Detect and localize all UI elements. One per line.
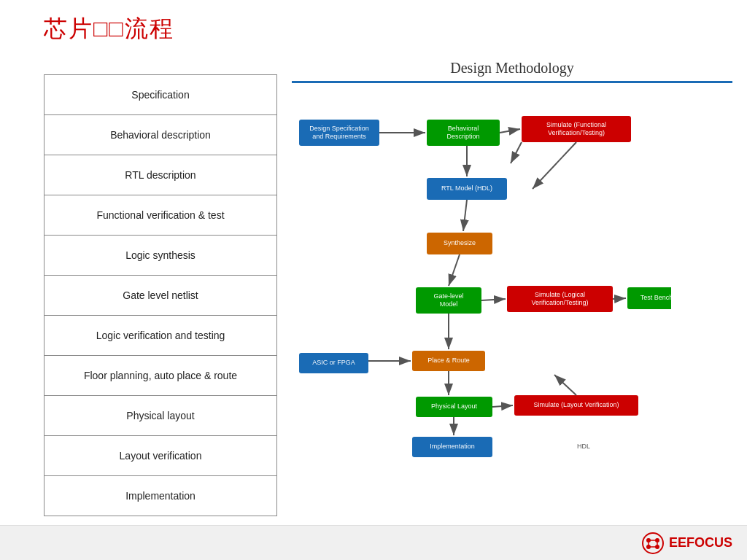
svg-text:Model: Model xyxy=(440,300,458,308)
svg-line-39 xyxy=(481,299,506,300)
svg-text:Simulate (Logical: Simulate (Logical xyxy=(535,291,585,298)
svg-line-47 xyxy=(554,375,576,395)
diagram-title: Design Methodology xyxy=(292,60,732,77)
svg-line-40 xyxy=(613,298,626,299)
design-methodology-diagram: Design Specificationand RequirementsBeha… xyxy=(292,90,671,513)
eefocus-logo: EEFOCUS xyxy=(641,532,732,555)
svg-line-34 xyxy=(500,129,520,133)
table-row: Floor planning, auto place & route xyxy=(44,356,277,396)
table-row: Implementation xyxy=(44,476,277,516)
table-row: Gate level netlist xyxy=(44,276,277,316)
svg-text:RTL Model (HDL): RTL Model (HDL) xyxy=(441,184,492,192)
svg-line-41 xyxy=(533,142,576,189)
svg-line-38 xyxy=(449,254,460,286)
svg-text:Test Bench: Test Bench xyxy=(640,294,671,301)
svg-text:Behavioral: Behavioral xyxy=(448,125,479,132)
svg-text:Verification/Testing): Verification/Testing) xyxy=(531,299,588,306)
svg-point-48 xyxy=(643,533,663,553)
svg-line-36 xyxy=(511,142,522,163)
svg-text:HDL: HDL xyxy=(577,443,590,450)
svg-text:Verification/Testing): Verification/Testing) xyxy=(548,129,605,136)
svg-text:Design Specification: Design Specification xyxy=(309,125,369,132)
page-title: 芯片□□流程 xyxy=(0,0,747,52)
svg-text:Description: Description xyxy=(446,133,479,140)
table-row: Logic verification and testing xyxy=(44,316,277,356)
table-row: Logic synthesis xyxy=(44,236,277,276)
main-content: SpecificationBehavioral descriptionRTL d… xyxy=(0,52,747,524)
svg-line-37 xyxy=(463,200,467,231)
svg-text:Physical Layout: Physical Layout xyxy=(431,402,478,410)
svg-text:Implementation: Implementation xyxy=(430,443,475,450)
table-row: RTL description xyxy=(44,155,277,195)
svg-line-45 xyxy=(492,405,513,407)
svg-text:Simulate (Layout Verification): Simulate (Layout Verification) xyxy=(533,401,619,408)
table-row: Functional verification & test xyxy=(44,195,277,236)
table-row: Physical layout xyxy=(44,396,277,436)
table-row: Layout verification xyxy=(44,436,277,476)
svg-text:Gate-level: Gate-level xyxy=(433,292,463,300)
svg-text:Place & Route: Place & Route xyxy=(427,357,470,364)
svg-text:and Requirements: and Requirements xyxy=(312,133,366,140)
svg-text:Synthesize: Synthesize xyxy=(444,239,476,246)
diagram-area: Design Methodology Design Specificationa… xyxy=(292,60,732,516)
footer: EEFOCUS xyxy=(0,525,747,560)
eefocus-icon xyxy=(641,532,665,555)
design-steps-table: SpecificationBehavioral descriptionRTL d… xyxy=(44,74,277,516)
table-row: Behavioral description xyxy=(44,115,277,155)
svg-text:ASIC or FPGA: ASIC or FPGA xyxy=(312,359,355,366)
diagram-line xyxy=(292,81,732,83)
eefocus-text: EEFOCUS xyxy=(669,535,732,551)
table-row: Specification xyxy=(44,75,277,115)
svg-text:Simulate (Functional: Simulate (Functional xyxy=(546,121,606,128)
